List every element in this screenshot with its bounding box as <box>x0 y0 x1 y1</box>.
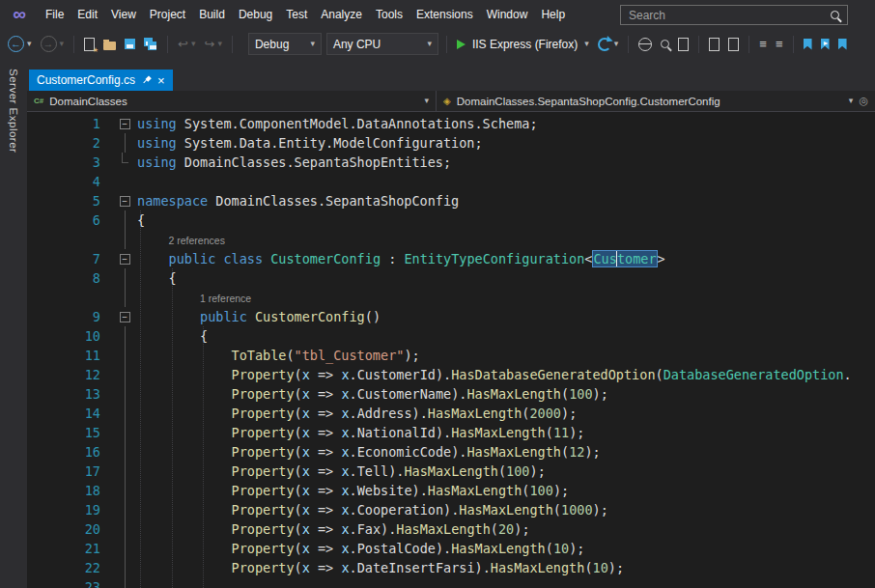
token-x: x <box>341 444 349 460</box>
code-text: namespace DomainClasses.SepantaShopConfi… <box>137 191 875 210</box>
folding-margin <box>112 326 137 346</box>
code-row: 15 Property(x => x.NationalId).HasMaxLen… <box>27 423 875 442</box>
token-m: HasMaxLength <box>428 406 522 421</box>
code-row: 14 Property(x => x.Address).HasMaxLength… <box>27 404 875 423</box>
fold-collapse-icon[interactable]: − <box>120 196 130 207</box>
menu-item-window[interactable]: Window <box>480 4 535 25</box>
codelens-references-link[interactable]: 2 references <box>137 235 225 246</box>
fold-line <box>125 365 126 384</box>
toolbar-separator <box>793 36 794 53</box>
scope-circle-icon[interactable]: ◎ <box>859 95 868 107</box>
folding-margin <box>112 230 137 249</box>
codelens-references-link[interactable]: 1 reference <box>137 293 251 304</box>
solution-platform-combobox[interactable]: Any CPU ▾ <box>326 33 438 55</box>
token-p: ( <box>295 541 302 556</box>
save-all-button[interactable] <box>142 36 159 53</box>
project-dropdown[interactable]: C# DomainClasses ▾ <box>27 91 437 111</box>
token-m: HasMaxLength <box>404 463 498 479</box>
start-debugging-button[interactable]: IIS Express (Firefox) ▾ <box>455 36 591 53</box>
folding-margin <box>112 519 137 539</box>
menu-item-test[interactable]: Test <box>279 4 314 25</box>
document-button-2[interactable] <box>726 36 741 53</box>
refresh-button[interactable]: ▾ <box>596 36 621 53</box>
visual-studio-logo-icon[interactable]: ∞ <box>6 3 33 26</box>
menu-item-file[interactable]: File <box>39 4 71 25</box>
token-p: ( <box>546 425 553 440</box>
text-lines-button-1[interactable]: ≡ <box>757 36 769 52</box>
token-m: Property <box>232 541 295 556</box>
code-text: Property(x => x.DateInsertFarsi).HasMaxL… <box>137 558 875 577</box>
code-row: 7− public class CustomerConfig : EntityT… <box>27 249 875 268</box>
member-dropdown[interactable]: ◈ DomainClasses.SepantaShopConfig.Custom… <box>437 91 875 111</box>
menu-item-analyze[interactable]: Analyze <box>314 4 369 25</box>
line-number: 6 <box>27 210 112 230</box>
fold-line <box>125 462 126 481</box>
fold-collapse-icon[interactable]: − <box>120 119 130 129</box>
browser-link-button[interactable] <box>636 36 654 53</box>
menu-item-debug[interactable]: Debug <box>232 4 279 25</box>
code-text <box>137 172 875 191</box>
toggle-bookmark-button[interactable] <box>802 37 814 52</box>
tab-customerconfig[interactable]: CustomerConfig.cs × <box>29 70 173 91</box>
line-number: 19 <box>27 500 112 519</box>
code-row: 16 Property(x => x.EconomicCode).HasMaxL… <box>27 442 875 462</box>
menu-item-project[interactable]: Project <box>143 4 192 25</box>
token-p: .Cooperation). <box>350 502 460 518</box>
text-lines-button-2[interactable]: ≡ <box>774 36 785 52</box>
code-editor[interactable]: 1−using System.ComponentModel.DataAnnota… <box>27 112 875 588</box>
folding-margin <box>112 500 137 519</box>
menu-item-tools[interactable]: Tools <box>369 4 409 25</box>
redo-button[interactable]: ↪ ▾ <box>203 36 224 52</box>
token-m: ToTable <box>232 348 287 363</box>
line-number <box>27 230 112 249</box>
navigate-forward-button[interactable]: → ▾ <box>39 34 67 54</box>
document-button-1[interactable] <box>707 36 721 53</box>
token-m: HasMaxLength <box>466 444 561 460</box>
clipped-toolbar-button[interactable] <box>836 37 852 52</box>
code-text: { <box>137 210 875 230</box>
token-m: Property <box>232 386 295 402</box>
new-item-button[interactable]: ★ <box>82 36 97 53</box>
code-lines: 1−using System.ComponentModel.DataAnnota… <box>27 112 875 588</box>
code-row: 22 Property(x => x.DateInsertFarsi).HasM… <box>27 558 875 577</box>
folding-margin <box>112 442 137 462</box>
solution-configuration-combobox[interactable]: Debug ▾ <box>248 33 322 55</box>
token-p <box>247 309 255 324</box>
token-n: 100 <box>569 386 592 402</box>
menu-item-edit[interactable]: Edit <box>71 4 104 25</box>
pin-icon[interactable] <box>140 73 153 86</box>
menu-item-extensions[interactable]: Extensions <box>409 4 480 25</box>
code-window-button[interactable] <box>676 36 691 53</box>
folding-margin <box>112 423 137 442</box>
documents-icon <box>728 38 739 51</box>
code-row: 2using System.Data.Entity.ModelConfigura… <box>27 133 875 153</box>
search-input[interactable]: Search <box>620 5 848 25</box>
open-file-button[interactable] <box>101 37 118 52</box>
folding-margin <box>112 133 137 153</box>
folding-margin <box>112 210 137 230</box>
next-bookmark-button[interactable]: ► <box>819 37 832 52</box>
menu-item-help[interactable]: Help <box>534 4 572 25</box>
undo-button[interactable]: ↩ ▾ <box>176 36 197 52</box>
token-k: using <box>137 116 177 131</box>
fold-collapse-icon[interactable]: − <box>120 254 130 265</box>
close-icon[interactable]: × <box>157 74 165 87</box>
code-text: Property(x => x.CustomerId).HasDatabaseG… <box>137 365 875 384</box>
code-text: Property(x => x.EconomicCode).HasMaxLeng… <box>137 442 875 462</box>
save-all-icon <box>144 38 157 51</box>
fold-collapse-icon[interactable]: − <box>120 312 130 322</box>
menu-item-build[interactable]: Build <box>192 4 232 25</box>
menu-item-view[interactable]: View <box>104 4 143 25</box>
token-sel: Cus <box>592 250 616 267</box>
folding-margin: − <box>112 191 137 210</box>
code-text: Property(x => x.Website).HasMaxLength(10… <box>137 481 875 500</box>
fold-line <box>125 133 126 153</box>
token-m: Property <box>232 367 295 382</box>
server-explorer-tab[interactable]: Server Explorer <box>8 69 19 588</box>
save-button[interactable] <box>123 37 137 51</box>
find-in-files-button[interactable] <box>659 38 671 50</box>
token-p: System.Data.Entity.ModelConfiguration; <box>177 135 483 151</box>
code-text: Property(x => x.CustomerName).HasMaxLeng… <box>137 384 875 404</box>
token-n: 12 <box>569 444 584 460</box>
navigate-backward-button[interactable]: ← ▾ <box>6 34 34 54</box>
